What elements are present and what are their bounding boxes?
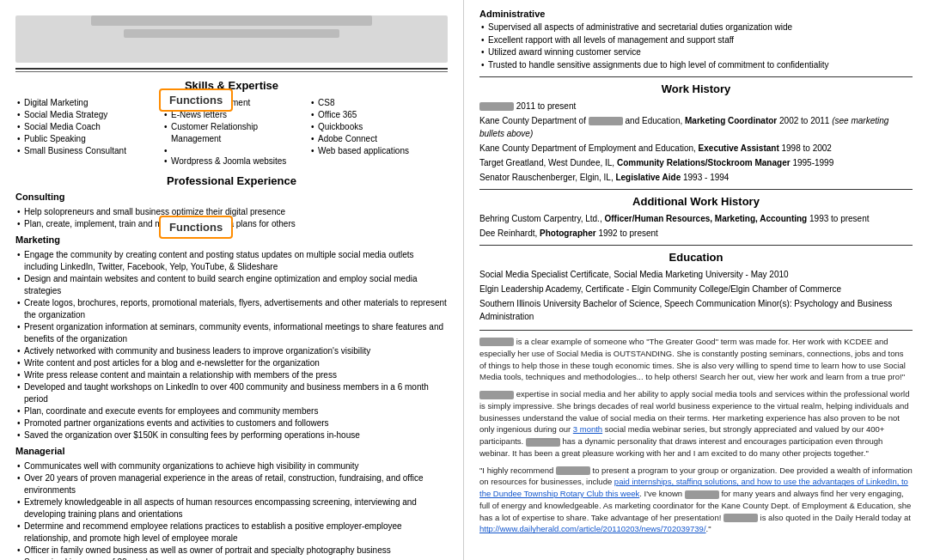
skill-item: Social Media Strategy: [15, 109, 154, 121]
testimonial-1: is a clear example of someone who "The G…: [479, 336, 913, 383]
work-history-title: Work History: [479, 82, 913, 95]
additional-items: Behring Custom Carpentry, Ltd., Officer/…: [479, 212, 913, 240]
sub-divider: [15, 71, 448, 72]
marketing-bullet: Write content and post articles for a bl…: [15, 357, 448, 369]
marketing-bullet: Present organization information at semi…: [15, 321, 448, 345]
marketing-bullet: Create logos, brochures, reports, promot…: [15, 297, 448, 321]
education-item: Southern Illinois University Bachelor of…: [479, 297, 913, 323]
blurred-name: [685, 490, 719, 499]
skill-item: Office 365: [309, 109, 448, 121]
managerial-bullet: Officer in family owned business as well…: [15, 545, 448, 557]
page-container: Skills & Expertise Digital Marketing Soc…: [0, 0, 928, 560]
education-item: Elgin Leadership Academy, Certificate - …: [479, 283, 913, 295]
additional-item: Behring Custom Carpentry, Ltd., Officer/…: [479, 212, 913, 225]
managerial-bullet: Supervised in excess of 30 employees: [15, 557, 448, 560]
admin-section: Administrative Supervised all aspects of…: [479, 9, 913, 71]
functions-tooltip-2: Functions: [159, 216, 233, 239]
education-item: Social Media Specialist Certificate, Soc…: [479, 268, 913, 281]
skill-item: Adobe Connect: [309, 133, 448, 145]
link-text[interactable]: http://www.dailyherald.com/article/20110…: [479, 524, 706, 533]
work-item: Senator Rauschenberger, Elgin, IL, Legis…: [479, 171, 913, 184]
managerial-header: Managerial: [15, 445, 448, 459]
additional-divider: [479, 189, 913, 190]
blurred-name: [526, 438, 560, 447]
top-divider: [15, 68, 448, 70]
work-item: Kane County Department of Employment and…: [479, 142, 913, 155]
admin-bullet: Supervised all aspects of administrative…: [479, 21, 913, 34]
education-title: Education: [479, 251, 913, 264]
blurred-name: [556, 466, 590, 475]
marketing-bullet: Engage the community by creating content…: [15, 249, 448, 273]
blurred-name: [479, 338, 514, 346]
education-items: Social Media Specialist Certificate, Soc…: [479, 268, 913, 323]
managerial-bullet: Determine and recommend employee relatio…: [15, 520, 448, 545]
work-item: Kane County Department of and Education,…: [479, 114, 913, 140]
link-text[interactable]: 3 month: [573, 424, 602, 434]
skill-item: Customer Relationship Management: [162, 121, 301, 145]
managerial-bullet: Over 20 years of proven managerial exper…: [15, 472, 448, 496]
education-divider: [479, 245, 913, 246]
right-panel: Administrative Supervised all aspects of…: [464, 0, 928, 560]
skill-item: Small Business Consultant: [15, 145, 154, 157]
blurred-name: [479, 102, 514, 111]
marketing-bullet: Design and maintain websites and content…: [15, 273, 448, 297]
additional-work-title: Additional Work History: [479, 195, 913, 208]
experience-section: Consulting Help solopreneurs and small b…: [15, 191, 448, 560]
work-item: 2011 to present: [479, 100, 913, 113]
additional-item: Dee Reinhardt, Photographer 1992 to pres…: [479, 227, 913, 240]
managerial-bullet: Extremely knowledgeable in all aspects o…: [15, 496, 448, 520]
marketing-bullet: Actively networked with community and bu…: [15, 345, 448, 357]
skills-col-right: CS8 Office 365 Quickbooks Adobe Connect …: [309, 97, 448, 167]
testimonial-divider: [479, 330, 913, 331]
managerial-bullet: Communicates well with community organiz…: [15, 460, 448, 472]
marketing-bullet: Plan, coordinate and execute events for …: [15, 405, 448, 417]
work-history-divider: [479, 76, 913, 77]
skill-item: Wordpress & Joomla websites: [162, 155, 301, 167]
marketing-bullet: Write press release content and maintain…: [15, 369, 448, 381]
consulting-header: Consulting: [15, 191, 448, 204]
blurred-name: [589, 117, 623, 125]
admin-bullet: Trusted to handle sensitive assignments …: [479, 59, 913, 72]
header-blur: [15, 15, 448, 63]
blurred-name: [479, 391, 514, 399]
blurred-name: [723, 514, 758, 522]
work-history-items: 2011 to present Kane County Department o…: [479, 100, 913, 184]
skill-item: Quickbooks: [309, 121, 448, 133]
admin-bullet: Excellent rapport with all levels of man…: [479, 34, 913, 47]
testimonial-3: "I highly recommend to present a program…: [479, 465, 913, 536]
skill-item: Web based applications: [309, 145, 448, 157]
functions-tooltip-1: Functions: [159, 88, 233, 112]
skill-item: [162, 145, 301, 155]
marketing-bullet: Promoted partner organizations events an…: [15, 417, 448, 429]
skill-item: Digital Marketing: [15, 97, 154, 109]
pro-exp-title: Professional Experience: [15, 174, 448, 187]
work-item: Target Greatland, West Dundee, IL, Commu…: [479, 156, 913, 169]
admin-bullet: Utilized award winning customer service: [479, 46, 913, 59]
skill-item: Social Media Coach: [15, 121, 154, 133]
skill-item: Public Speaking: [15, 133, 154, 145]
admin-title: Administrative: [479, 9, 913, 19]
left-panel: Skills & Expertise Digital Marketing Soc…: [0, 0, 464, 560]
skills-col-left: Digital Marketing Social Media Strategy …: [15, 97, 154, 167]
testimonial-2: expertise in social media and her abilit…: [479, 388, 913, 460]
marketing-bullet: Developed and taught workshops on Linked…: [15, 381, 448, 405]
skill-item: CS8: [309, 97, 448, 109]
marketing-bullet: Saved the organization over $150K in con…: [15, 429, 448, 441]
